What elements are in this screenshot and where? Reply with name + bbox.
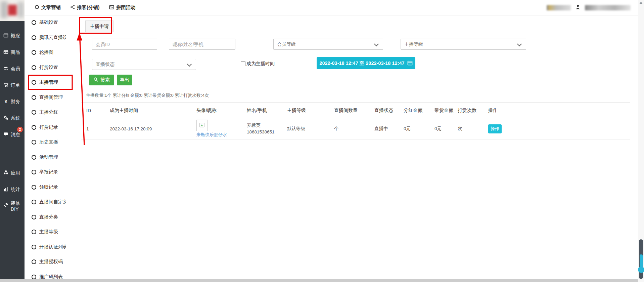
- cell-action: 操作: [488, 124, 630, 133]
- cell-dividend-amount: 0元: [404, 126, 434, 132]
- sidebar-item-basic-settings[interactable]: 基础设置: [25, 15, 66, 30]
- col-header-name-phone: 姓名/手机: [247, 108, 287, 114]
- logo-blur: [18, 2, 24, 17]
- gears-icon: [3, 115, 8, 121]
- circle-bullet-icon: [32, 185, 36, 190]
- svg-text:¥: ¥: [5, 99, 7, 104]
- scrollbar[interactable]: [638, 0, 644, 282]
- blurred-text-block: [585, 5, 631, 10]
- sidebar-item-carousel[interactable]: 轮播图: [25, 45, 66, 60]
- sidebar-item-system[interactable]: 系统: [0, 110, 25, 126]
- become-anchor-time-checkbox[interactable]: 成为主播时间: [241, 61, 275, 67]
- live-status-select[interactable]: 直播状态: [92, 59, 196, 70]
- topnav-article-marketing[interactable]: 文章营销: [35, 4, 61, 11]
- circle-bullet-icon: [32, 125, 36, 130]
- sidebar-item-live-auth-list[interactable]: 开播认证列表: [25, 240, 66, 255]
- sidebar-item-label: 系统: [11, 115, 20, 121]
- sidebar-item-live-room-custom[interactable]: 直播间自定义: [25, 195, 66, 210]
- sidebar-item-statistics[interactable]: 统计: [0, 181, 25, 198]
- app-logo[interactable]: [0, 0, 25, 21]
- search-button[interactable]: 搜索: [89, 75, 114, 85]
- circle-icon: [35, 5, 39, 10]
- circle-bullet-icon: [32, 170, 36, 174]
- sidebar-item-label: 统计: [11, 187, 20, 193]
- sidebar-item-live-room-management[interactable]: 直播间管理: [25, 90, 66, 105]
- row-action-button[interactable]: 操作: [488, 124, 502, 133]
- topnav-distribution[interactable]: 推客(分销): [70, 4, 100, 11]
- search-icon: [93, 77, 98, 83]
- member-level-select[interactable]: 会员等级: [273, 39, 383, 50]
- cell-reward-count: 次: [458, 126, 488, 132]
- sidebar-item-label: 概况: [11, 33, 20, 39]
- sidebar-item-decorate-diy[interactable]: 装修DIY: [0, 198, 25, 214]
- top-nav: 文章营销 推客(分销) 拼团活动: [25, 4, 136, 11]
- user-info-blurred[interactable]: [547, 0, 631, 15]
- sidebar-item-live-categories[interactable]: 直播分类: [25, 210, 66, 225]
- blurred-text-block: [547, 5, 571, 10]
- cell-avatar-nickname: 来瓶快乐肥仔水: [196, 120, 247, 138]
- circle-bullet-icon: [32, 35, 36, 40]
- scroll-up-arrow-icon[interactable]: [639, 2, 643, 4]
- sidebar-item-apps[interactable]: 应用: [0, 165, 25, 181]
- sidebar-item-reward-settings[interactable]: 打赏设置: [25, 60, 66, 75]
- cell-room-count: 个: [334, 126, 374, 132]
- col-header-id: ID: [81, 108, 110, 113]
- sidebar-item-orders[interactable]: 订单: [0, 77, 25, 93]
- sidebar-item-members[interactable]: 会员: [0, 61, 25, 77]
- circle-bullet-icon: [32, 245, 36, 249]
- live-status-value: 直播状态: [96, 62, 114, 68]
- circle-bullet-icon: [32, 275, 36, 279]
- sidebar-item-tencent-live-settings[interactable]: 腾讯云直播设置: [25, 30, 66, 45]
- window-bottom-strip: [0, 279, 638, 282]
- anchor-phone: 18681538651: [247, 129, 287, 135]
- circle-bullet-icon: [32, 65, 36, 70]
- main-content: 主播申请 会员等级 主播等级 直播状态 成为主播时间 2022-03-18 12…: [66, 15, 638, 282]
- table-header-row: ID 成为主播时间 头像/昵称 姓名/手机 主播等级 直播间数量 直播状态 分红…: [81, 103, 630, 118]
- tab-anchor-application[interactable]: 主播申请: [85, 21, 113, 32]
- export-button[interactable]: 导出: [117, 75, 132, 85]
- topnav-label: 推客(分销): [77, 4, 100, 11]
- nickname-name-phone-input[interactable]: [169, 39, 235, 50]
- sidebar-item-anchor-levels[interactable]: 主播等级: [25, 225, 66, 240]
- member-id-input[interactable]: [92, 39, 157, 50]
- topnav-group-buy[interactable]: 拼团活动: [109, 4, 136, 11]
- sidebar-item-activity-management[interactable]: 活动管理: [25, 150, 66, 165]
- chevron-down-icon: [374, 42, 379, 46]
- sidebar-item-finance[interactable]: ¥ 财务: [0, 93, 25, 110]
- goods-icon: [3, 49, 8, 55]
- topnav-label: 拼团活动: [116, 4, 136, 11]
- date-range-value: 2022-03-18 12:47 至 2022-03-18 12:47: [319, 60, 404, 67]
- col-header-become-time: 成为主播时间: [110, 108, 196, 114]
- sidebar-item-report-records[interactable]: 举报记录: [25, 165, 66, 180]
- col-header-goods-amount: 带货金额: [434, 108, 458, 114]
- orders-cart-icon: [3, 82, 8, 88]
- sidebar-item-anchor-dividend[interactable]: 主播分红: [25, 105, 66, 120]
- nickname-link[interactable]: 来瓶快乐肥仔水: [196, 132, 247, 138]
- scroll-indicator-circle: [638, 267, 644, 273]
- sidebar-item-goods[interactable]: 商品: [0, 44, 25, 61]
- sidebar-item-reward-records[interactable]: 打赏记录: [25, 120, 66, 135]
- cell-goods-amount: 0元: [434, 126, 458, 132]
- circle-bullet-icon: [32, 20, 36, 25]
- sidebar-item-messages[interactable]: 消息 2: [0, 126, 25, 143]
- sidebar-item-history-live[interactable]: 历史直播: [25, 135, 66, 150]
- anchor-level-select[interactable]: 主播等级: [401, 39, 526, 50]
- calendar-icon: [407, 60, 413, 67]
- cell-anchor-level: 默认等级: [287, 126, 334, 132]
- col-header-reward-count: 打赏次数: [458, 108, 488, 114]
- checkbox-icon[interactable]: [241, 62, 245, 66]
- sidebar-item-overview[interactable]: 概况: [0, 28, 25, 44]
- logo-blur: [1, 1, 7, 18]
- sidebar-item-label: 消息: [11, 132, 20, 138]
- sidebar-item-anchor-management[interactable]: 主播管理: [25, 75, 66, 90]
- date-range-button[interactable]: 2022-03-18 12:47 至 2022-03-18 12:47: [317, 57, 415, 69]
- sidebar-item-claim-records[interactable]: 领取记录: [25, 180, 66, 195]
- overview-icon: [3, 33, 8, 39]
- broken-image-icon: [196, 120, 208, 131]
- circle-bullet-icon: [32, 200, 36, 204]
- sidebar-item-anchor-auth-code[interactable]: 主播授权码: [25, 254, 66, 270]
- col-header-avatar-nickname: 头像/昵称: [196, 108, 247, 114]
- sidebar-item-label: 财务: [11, 99, 20, 105]
- sidebar-item-label: 商品: [11, 49, 20, 55]
- circle-bullet-icon: [32, 230, 36, 234]
